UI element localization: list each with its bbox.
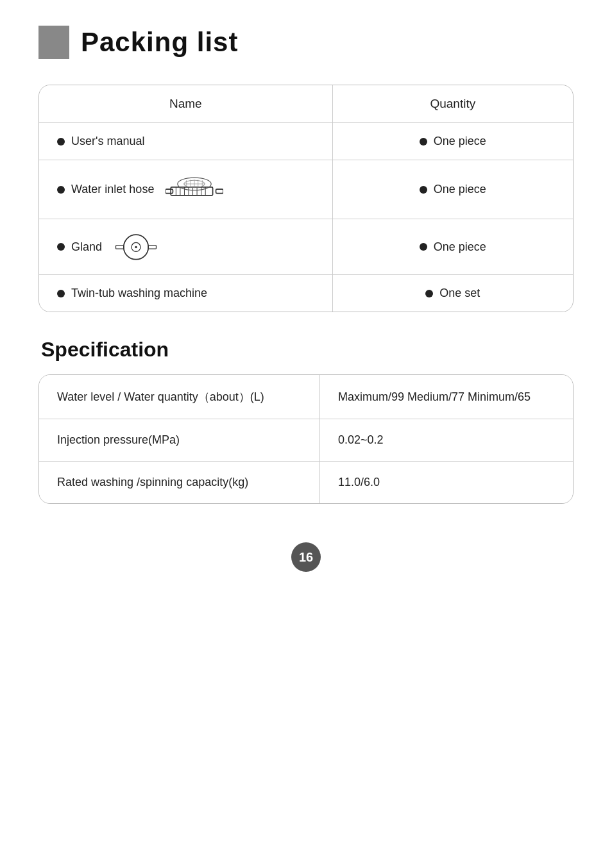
col-header-name: Name (39, 85, 333, 123)
table-row: Water inlet hose (39, 160, 573, 219)
specification-table: Water level / Water quantity（about）(L) M… (38, 374, 574, 504)
table-row: User's manual One piece (39, 123, 573, 160)
table-row: Twin-tub washing machine One set (39, 275, 573, 312)
packing-list-table: Name Quantity User's manual One piece (38, 85, 574, 312)
packing-item-qty-4: One set (333, 275, 573, 312)
page-title: Packing list (81, 27, 238, 58)
svg-rect-22 (116, 246, 124, 249)
page-number-wrapper: 16 (38, 542, 574, 572)
specification-title: Specification (38, 338, 574, 362)
spec-value-1: Maximum/99 Medium/77 Minimum/65 (320, 375, 573, 419)
spec-label-2: Injection pressure(MPa) (39, 419, 320, 462)
packing-item-qty-3: One piece (333, 219, 573, 275)
spec-row-2: Injection pressure(MPa) 0.02~0.2 (39, 419, 573, 462)
bullet-icon (420, 138, 427, 146)
packing-item-name-2: Water inlet hose (39, 160, 333, 219)
bullet-icon (57, 186, 65, 194)
spec-value-2: 0.02~0.2 (320, 419, 573, 462)
bullet-icon (57, 138, 65, 146)
svg-rect-9 (166, 189, 173, 194)
spec-value-3: 11.0/6.0 (320, 462, 573, 503)
specification-section: Specification Water level / Water quanti… (38, 338, 574, 504)
svg-rect-10 (216, 189, 223, 194)
packing-item-name-3: Gland (39, 219, 333, 275)
table-row: Gland (39, 219, 573, 275)
bullet-icon (420, 243, 427, 251)
page-number: 16 (291, 542, 321, 572)
bullet-icon (425, 290, 433, 297)
gland-icon (114, 231, 158, 263)
packing-item-qty-1: One piece (333, 123, 573, 160)
svg-point-21 (135, 246, 137, 249)
packing-list-section: Name Quantity User's manual One piece (38, 85, 574, 312)
packing-item-name-4: Twin-tub washing machine (39, 275, 333, 312)
col-header-quantity: Quantity (333, 85, 573, 123)
spec-label-3: Rated washing /spinning capacity(kg) (39, 462, 320, 503)
water-inlet-hose-icon (166, 172, 223, 207)
bullet-icon (57, 290, 65, 297)
page-title-wrapper: Packing list (38, 26, 574, 59)
svg-rect-23 (148, 246, 156, 249)
bullet-icon (420, 186, 427, 194)
packing-item-qty-2: One piece (333, 160, 573, 219)
bullet-icon (57, 243, 65, 251)
title-accent-block (38, 26, 69, 59)
spec-row-3: Rated washing /spinning capacity(kg) 11.… (39, 462, 573, 503)
spec-label-1: Water level / Water quantity（about）(L) (39, 375, 320, 419)
packing-item-name-1: User's manual (39, 123, 333, 160)
spec-row-1: Water level / Water quantity（about）(L) M… (39, 375, 573, 419)
